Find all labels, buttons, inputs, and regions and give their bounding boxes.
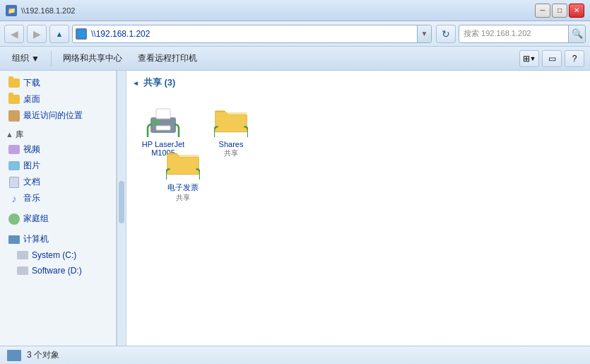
shares-folder-svg: [214, 102, 248, 139]
up-button[interactable]: ▲: [49, 25, 69, 43]
status-text: 3 个对象: [27, 349, 59, 361]
preview-icon: ▭: [548, 54, 556, 64]
recent-icon: [8, 110, 20, 122]
help-button[interactable]: ?: [565, 50, 584, 67]
sidebar-item-music[interactable]: ♪ 音乐: [0, 190, 116, 206]
sidebar-item-sysc[interactable]: System (C:): [0, 247, 116, 263]
sidebar-item-download-label: 下载: [23, 77, 40, 89]
network-center-label: 网络和共享中心: [63, 52, 122, 64]
status-bar: 3 个对象: [0, 346, 590, 364]
status-computer-icon: [7, 350, 21, 361]
title-bar-left: 📁 \\192.168.1.202: [6, 5, 75, 16]
title-bar-controls: ─ □ ✕: [535, 4, 584, 18]
softd-drive-icon: [17, 265, 28, 276]
network-center-button[interactable]: 网络和共享中心: [57, 49, 129, 68]
section-title: 共享 (3): [143, 76, 176, 89]
eform-name: 电子发票: [167, 182, 199, 193]
sidebar-scrollbar: [117, 71, 126, 346]
toolbar-right: ⊞ ▼ ▭ ?: [519, 50, 584, 67]
svg-rect-0: [151, 117, 176, 133]
sidebar-scroll-thumb: [119, 181, 124, 223]
sidebar-item-video-label: 视频: [23, 143, 40, 155]
shares-folder-icon: [214, 103, 248, 137]
computer-icon: [8, 234, 20, 245]
sidebar-item-picture[interactable]: 图片: [0, 158, 116, 174]
sidebar-item-computer[interactable]: 计算机: [0, 231, 116, 247]
sidebar-item-video[interactable]: 视频: [0, 141, 116, 158]
toolbar: 组织 ▼ 网络和共享中心 查看远程打印机 ⊞ ▼ ▭ ?: [0, 47, 590, 71]
sidebar-section-library: ▲ 库: [0, 124, 116, 141]
view-toggle-button[interactable]: ⊞ ▼: [519, 50, 539, 67]
sidebar-item-sysc-label: System (C:): [32, 250, 76, 260]
content-area: ◄ 共享 (3): [126, 71, 590, 346]
svg-rect-2: [156, 126, 170, 130]
search-container: 搜索 192.168.1.202 🔍: [459, 25, 586, 43]
section-expand-arrow[interactable]: ◄: [132, 79, 139, 87]
sidebar-item-homegroup-label: 家庭组: [23, 213, 49, 225]
help-icon: ?: [572, 54, 577, 64]
close-button[interactable]: ✕: [569, 4, 584, 18]
homegroup-icon: [8, 213, 20, 225]
eform-sub: 共享: [176, 193, 190, 203]
list-item[interactable]: Shares 共享: [203, 100, 259, 163]
back-button[interactable]: ◀: [4, 25, 24, 43]
svg-rect-1: [156, 109, 170, 119]
view-grid-icon: ⊞: [523, 54, 530, 64]
eform-folder-svg: [166, 144, 200, 181]
address-dropdown-button[interactable]: ▼: [417, 25, 431, 43]
video-icon: [8, 144, 20, 155]
organize-label: 组织: [12, 52, 29, 64]
remote-print-label: 查看远程打印机: [138, 52, 197, 64]
library-section-arrow: ▲: [6, 130, 16, 139]
view-dropdown-icon: ▼: [530, 55, 536, 62]
list-item[interactable]: 电子发票 共享: [155, 143, 211, 206]
address-bar: ◀ ▶ ▲ 🌐 ▼ ↻ 搜索 192.168.1.202 🔍: [0, 21, 590, 47]
address-icon: 🌐: [73, 28, 90, 40]
sidebar-item-recent[interactable]: 最近访问的位置: [0, 107, 116, 124]
sidebar: 下载 桌面 最近访问的位置 ▲ 库 视频 图片: [0, 71, 117, 346]
sidebar-item-download[interactable]: 下载: [0, 75, 116, 91]
printer-icon: [146, 103, 180, 137]
toolbar-separator-1: [51, 51, 52, 66]
svg-rect-3: [153, 120, 159, 124]
download-folder-icon: [8, 78, 20, 89]
sidebar-item-softd[interactable]: Software (D:): [0, 263, 116, 278]
sidebar-item-homegroup[interactable]: 家庭组: [0, 211, 116, 227]
maximize-button[interactable]: □: [552, 4, 567, 18]
shares-name: Shares: [219, 140, 244, 148]
minimize-button[interactable]: ─: [535, 4, 550, 18]
window-icon: 📁: [6, 5, 17, 16]
sidebar-item-desktop[interactable]: 桌面: [0, 91, 116, 107]
network-icon: 🌐: [76, 28, 87, 40]
search-button[interactable]: 🔍: [568, 25, 585, 43]
search-placeholder-text: 搜索 192.168.1.202: [459, 28, 568, 39]
refresh-button[interactable]: ↻: [436, 25, 456, 43]
organize-dropdown-icon: ▼: [31, 54, 40, 64]
address-input[interactable]: [90, 29, 417, 39]
music-icon: ♪: [8, 193, 20, 204]
sysc-drive-icon: [17, 249, 28, 261]
sidebar-item-document[interactable]: 文档: [0, 174, 116, 190]
section-header: ◄ 共享 (3): [132, 76, 584, 89]
sidebar-item-softd-label: Software (D:): [32, 266, 82, 276]
preview-pane-button[interactable]: ▭: [542, 50, 562, 67]
forward-button[interactable]: ▶: [27, 25, 47, 43]
title-text: \\192.168.1.202: [21, 6, 75, 15]
title-bar: 📁 \\192.168.1.202 ─ □ ✕: [0, 0, 590, 21]
main-layout: 下载 桌面 最近访问的位置 ▲ 库 视频 图片: [0, 71, 590, 346]
sidebar-item-document-label: 文档: [23, 176, 40, 188]
sidebar-item-music-label: 音乐: [23, 192, 40, 204]
document-icon: [8, 177, 20, 188]
address-input-container: 🌐 ▼: [72, 25, 432, 43]
organize-button[interactable]: 组织 ▼: [6, 49, 46, 68]
desktop-folder-icon: [8, 94, 20, 105]
remote-print-button[interactable]: 查看远程打印机: [131, 49, 203, 68]
printer-svg: [146, 103, 180, 137]
sidebar-item-recent-label: 最近访问的位置: [23, 110, 83, 122]
shares-sub: 共享: [224, 148, 238, 158]
picture-icon: [8, 160, 20, 172]
sidebar-item-desktop-label: 桌面: [23, 93, 40, 105]
eform-folder-icon: [166, 146, 200, 180]
items-grid: HP LaserJet M1005 Shares 共享: [132, 98, 584, 166]
sidebar-item-picture-label: 图片: [23, 160, 40, 172]
